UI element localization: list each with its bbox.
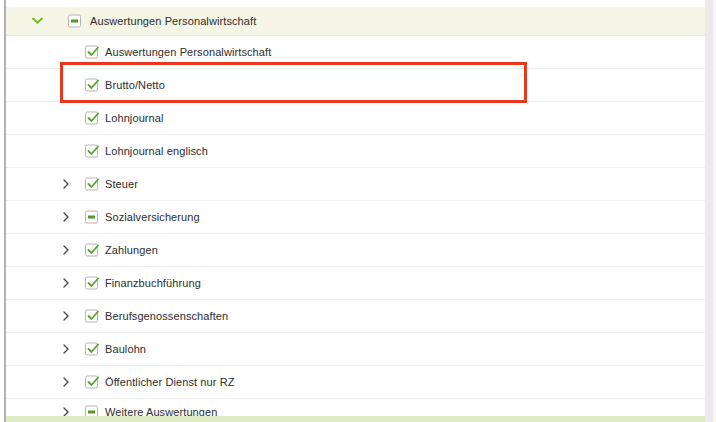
chevron-right-icon[interactable] — [63, 179, 69, 189]
check-icon — [86, 276, 100, 294]
tree-row[interactable]: Lohnjournal — [6, 102, 705, 135]
minus-icon — [88, 216, 95, 219]
row-label[interactable]: Brutto/Netto — [105, 79, 165, 91]
row-label[interactable]: Lohnjournal englisch — [105, 145, 208, 157]
check-icon — [86, 144, 100, 162]
check-icon — [86, 177, 100, 195]
chevron-right-icon[interactable] — [63, 245, 69, 255]
check-icon — [86, 342, 100, 360]
next-row-partial — [6, 416, 705, 422]
tree-row[interactable]: Auswertungen Personalwirtschaft — [6, 36, 705, 69]
tree-row[interactable]: Zahlungen — [6, 234, 705, 267]
chevron-right-icon[interactable] — [63, 212, 69, 222]
check-icon — [86, 243, 100, 261]
checkbox[interactable] — [85, 277, 98, 290]
check-icon — [86, 111, 100, 129]
tree-row[interactable]: Finanzbuchführung — [6, 267, 705, 300]
tree-row[interactable]: Baulohn — [6, 333, 705, 366]
chevron-right-icon[interactable] — [63, 311, 69, 321]
check-icon — [86, 309, 100, 327]
row-label[interactable]: Berufsgenossenschaften — [105, 310, 228, 322]
tree-rows: Auswertungen Personalwirtschaft Brutto/N… — [6, 36, 705, 422]
check-icon — [86, 375, 100, 393]
checkbox[interactable] — [85, 112, 98, 125]
row-label[interactable]: Baulohn — [105, 343, 146, 355]
tree-panel: Auswertungen Personalwirtschaft Auswertu… — [4, 0, 705, 422]
tree-row[interactable]: Brutto/Netto — [6, 69, 705, 102]
tree-row[interactable]: Lohnjournal englisch — [6, 135, 705, 168]
chevron-right-icon[interactable] — [63, 344, 69, 354]
checkbox[interactable] — [85, 244, 98, 257]
row-label[interactable]: Zahlungen — [105, 244, 158, 256]
row-label[interactable]: Finanzbuchführung — [105, 277, 201, 289]
row-label[interactable]: Auswertungen Personalwirtschaft — [105, 46, 271, 58]
tree-row[interactable]: Steuer — [6, 168, 705, 201]
checkbox[interactable] — [85, 79, 98, 92]
row-label[interactable]: Steuer — [105, 178, 138, 190]
checkbox[interactable] — [85, 310, 98, 323]
checkbox[interactable] — [85, 343, 98, 356]
minus-icon — [71, 20, 78, 23]
checkbox[interactable] — [68, 15, 81, 28]
tree-row[interactable]: Berufsgenossenschaften — [6, 300, 705, 333]
row-label[interactable]: Sozialversicherung — [105, 211, 200, 223]
tree-header-row[interactable]: Auswertungen Personalwirtschaft — [6, 7, 705, 36]
chevron-right-icon[interactable] — [63, 377, 69, 387]
minus-icon — [88, 411, 95, 414]
row-label[interactable]: Lohnjournal — [105, 112, 164, 124]
checkbox[interactable] — [85, 178, 98, 191]
checkbox[interactable] — [85, 145, 98, 158]
tree-row[interactable]: Öffentlicher Dienst nur RZ — [6, 366, 705, 399]
checkbox[interactable] — [85, 46, 98, 59]
checkbox[interactable] — [85, 211, 98, 224]
checkbox[interactable] — [85, 376, 98, 389]
scrollbar-track[interactable] — [705, 0, 716, 422]
check-icon — [86, 45, 100, 63]
tree-row[interactable]: Sozialversicherung — [6, 201, 705, 234]
check-icon — [86, 78, 100, 96]
tree-header-label[interactable]: Auswertungen Personalwirtschaft — [90, 15, 256, 27]
chevron-down-icon[interactable] — [32, 18, 43, 25]
chevron-right-icon[interactable] — [63, 278, 69, 288]
row-label[interactable]: Öffentlicher Dienst nur RZ — [105, 376, 235, 388]
